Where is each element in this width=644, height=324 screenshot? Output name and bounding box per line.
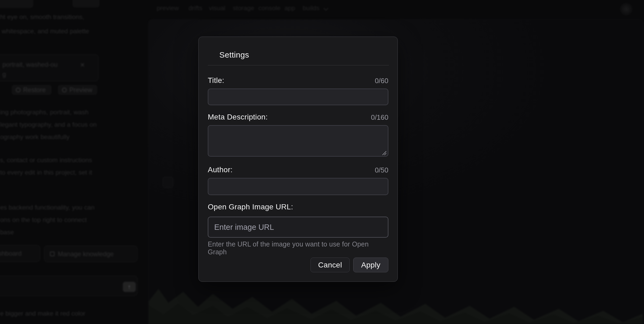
chat-message-line: legant typography, and a focus on: [0, 121, 97, 129]
url-segment: preview: [157, 4, 179, 12]
chat-sidebar: ht eye on, smooth transitions, whitespac…: [0, 0, 144, 324]
chat-message-line: base: [0, 228, 14, 236]
version-card-text: portrait, washed-ou: [2, 61, 58, 69]
chat-input[interactable]: ↑: [0, 276, 138, 296]
dialog-title: Settings: [219, 50, 249, 59]
title-counter: 0/60: [375, 77, 388, 85]
title-label: Title:: [208, 76, 224, 85]
manage-knowledge-button[interactable]: Manage knowledge: [44, 245, 138, 262]
author-input[interactable]: [208, 178, 388, 195]
dashboard-button[interactable]: Dashboard: [0, 245, 40, 262]
dialog-button-row: Cancel Apply: [310, 258, 388, 272]
chat-message-line: es backend functionality, you can: [0, 203, 95, 212]
og-image-url-helper: Enter the URL of the image you want to u…: [208, 240, 388, 256]
chat-message-line: ons on the top right to connect: [0, 216, 87, 224]
version-card[interactable]: portrait, washed-ou g ✕: [0, 54, 99, 81]
restore-button[interactable]: Restore: [12, 85, 52, 95]
og-image-url-label: Open Graph Image URL:: [208, 203, 293, 211]
book-icon: [50, 252, 55, 256]
chat-message-line: ing photographs, portrait, wash: [0, 108, 89, 116]
meta-description-textarea[interactable]: [208, 125, 388, 157]
chat-message-line: to every edit in this project, set it: [0, 168, 92, 177]
manage-knowledge-label: Manage knowledge: [58, 250, 114, 258]
chat-message-line: s, contact or custom instructions: [0, 156, 92, 164]
url-segment: visual: [209, 4, 225, 12]
sidebar-header-pill[interactable]: [0, 0, 33, 8]
dashboard-label: Dashboard: [0, 250, 22, 257]
url-segment: drifts: [188, 4, 202, 12]
settings-dialog: Settings Title: 0/60 Meta Description: 0…: [198, 37, 398, 282]
restore-icon: [16, 88, 20, 92]
og-image-url-input[interactable]: [208, 217, 388, 238]
chat-message-line: whitespace, and muted palette: [2, 27, 89, 35]
meta-description-counter: 0/160: [371, 113, 388, 122]
send-icon: ↑: [128, 283, 131, 290]
meta-description-label: Meta Description:: [208, 113, 268, 121]
author-label: Author:: [208, 165, 232, 174]
send-button[interactable]: ↑: [123, 282, 136, 292]
divider: [208, 65, 389, 65]
draft-message-line: e bigger and make it red color: [0, 309, 85, 318]
close-icon[interactable]: ✕: [80, 62, 85, 69]
author-counter: 0/50: [375, 166, 388, 174]
title-input[interactable]: [208, 89, 388, 105]
chevron-down-icon[interactable]: [323, 6, 328, 10]
url-segment: app: [284, 4, 295, 12]
chat-message-line: ography work beautifully: [0, 133, 70, 141]
cancel-button[interactable]: Cancel: [310, 258, 350, 272]
sidebar-header-pill[interactable]: [72, 0, 100, 8]
url-segment: console: [258, 4, 281, 12]
preview-label: Preview: [69, 86, 92, 94]
version-card-text: g: [2, 70, 6, 78]
eye-icon: [62, 88, 67, 92]
url-segment: builds: [303, 4, 320, 12]
topbar-action-icon[interactable]: [620, 3, 633, 16]
restore-label: Restore: [23, 86, 46, 94]
apply-button[interactable]: Apply: [353, 258, 388, 272]
url-segment: storage: [233, 4, 254, 12]
chat-message-line: ht eye on, smooth transitions,: [0, 13, 84, 21]
preview-button[interactable]: Preview: [58, 85, 97, 95]
panel-edit-button[interactable]: [163, 177, 173, 188]
